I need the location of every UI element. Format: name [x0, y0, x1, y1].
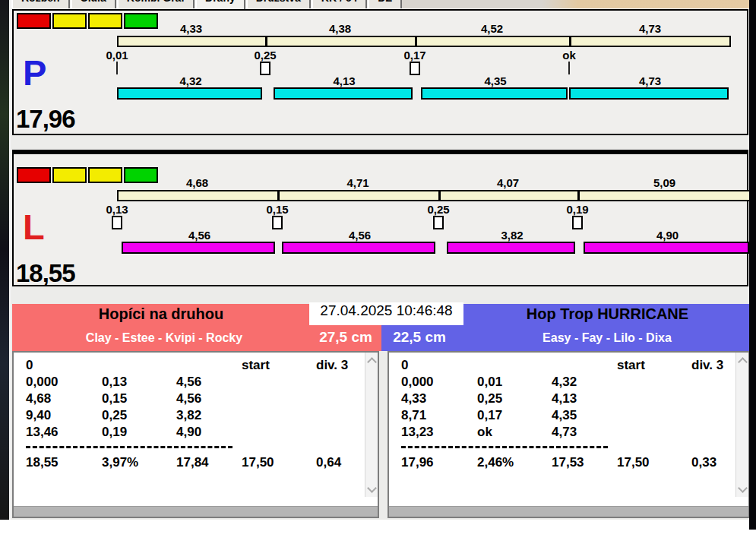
tab-dz[interactable]: DZ: [368, 0, 402, 8]
run-bar: [447, 242, 575, 254]
scroll-up-icon[interactable]: [367, 357, 377, 367]
tab-kk-64[interactable]: KK / 64: [312, 0, 367, 8]
horizontal-scrollbar[interactable]: [14, 506, 378, 517]
app-window: RozběhČidlaKombi GrafDráhyDružstvaKK / 6…: [9, 0, 749, 520]
status-light: [17, 167, 51, 183]
splits-list-left[interactable]: 0startdiv. 30,0000,134,564,680,154,569,4…: [12, 351, 379, 518]
col-header-div: div. 3: [316, 358, 348, 373]
split-divider: [415, 36, 417, 46]
split-time-label: 4,68: [117, 176, 277, 189]
split-row-cell: 13,23: [401, 425, 434, 440]
summary-cell: 18,55: [26, 455, 59, 470]
tab--idla[interactable]: Čidla: [71, 0, 116, 8]
vertical-scrollbar[interactable]: [365, 353, 378, 497]
split-row-cell: 3,82: [176, 408, 201, 423]
exchange-time-label: ok: [543, 49, 595, 62]
summary-cell: 2,46%: [477, 455, 514, 470]
exchange-time-label: 0,01: [91, 49, 143, 62]
col-header-start: start: [242, 358, 270, 373]
vertical-scrollbar[interactable]: [735, 353, 748, 497]
summary-cell: 0,64: [316, 455, 341, 470]
split-row-cell: 4,13: [552, 391, 577, 406]
split-row-cell: 0,13: [102, 375, 127, 390]
split-row-cell: 0,15: [102, 391, 127, 406]
team-members-left: Clay - Estee - Kvipi - Rocky: [18, 331, 310, 349]
team-name-right: Hop Trop HURRICANE: [465, 305, 749, 327]
run-time-label: 4,32: [117, 74, 264, 87]
run-time-label: 4,13: [274, 74, 415, 87]
exchange-time-label: 0,17: [389, 49, 441, 62]
status-light: [52, 13, 87, 29]
split-divider: [577, 191, 580, 201]
scroll-up-icon[interactable]: [738, 357, 748, 367]
split-time-label: 4,52: [415, 22, 569, 35]
split-time-label: 5,09: [577, 176, 749, 189]
background-window-left: [0, 0, 9, 520]
background-window-right: [749, 0, 756, 530]
tab-rozb-h[interactable]: Rozběh: [11, 0, 70, 8]
split-row-cell: 13,46: [26, 425, 59, 440]
horizontal-scrollbar[interactable]: [389, 506, 748, 517]
split-row-cell: 4,56: [176, 375, 201, 390]
split-row-cell: 4,68: [26, 391, 51, 406]
split-row-cell: 0,000: [26, 375, 59, 390]
split-row-cell: 4,73: [552, 425, 577, 440]
split-bar: [117, 36, 731, 47]
run-bar: [274, 87, 413, 100]
exchange-box: [272, 216, 283, 229]
summary-cell: 17,84: [176, 455, 209, 470]
run-time-label: 3,82: [447, 229, 577, 242]
exchange-time-label: 0,19: [552, 203, 603, 216]
exchange-box: [410, 62, 420, 75]
tab-dru-stva[interactable]: Družstva: [246, 0, 311, 8]
summary-cell: 0,33: [691, 455, 716, 470]
exchange-tick: [568, 62, 570, 74]
lane-panel-L: 4,680,134,564,710,154,564,070,253,825,09…: [12, 150, 748, 286]
run-time-label: 4,35: [421, 74, 570, 87]
tab-kombi-graf[interactable]: Kombi Graf: [117, 0, 195, 8]
scroll-down-icon[interactable]: [738, 483, 748, 493]
screen: { "tabs": { "active": "Dráhy", "items": …: [0, 0, 756, 544]
exchange-box: [572, 216, 583, 229]
split-time-label: 4,38: [265, 22, 415, 35]
exchange-box: [260, 62, 270, 75]
splits-list-right[interactable]: 0startdiv. 30,0000,014,324,330,254,138,7…: [387, 351, 749, 518]
col-header-first: 0: [401, 358, 408, 373]
exchange-time-label: 0,25: [413, 203, 464, 216]
split-row-cell: 0,000: [401, 375, 434, 390]
summary-cell: 17,96: [401, 455, 434, 470]
split-divider: [265, 36, 267, 46]
tab-bar: RozběhČidlaKombi GrafDráhyDružstvaKK / 6…: [11, 0, 403, 8]
split-divider: [569, 36, 571, 46]
split-row-cell: 8,71: [401, 408, 426, 423]
split-row-cell: 0,25: [102, 408, 127, 423]
exchange-time-label: 0,13: [91, 203, 143, 216]
col-header-div: div. 3: [691, 358, 723, 373]
run-time-label: 4,56: [282, 229, 438, 242]
status-light: [17, 13, 51, 29]
lane-total-time: 18,55: [16, 259, 75, 288]
split-divider: [438, 191, 441, 201]
split-row-cell: 4,32: [552, 375, 577, 390]
run-bar: [282, 242, 435, 254]
jump-height-left: 27,5 cm: [313, 329, 378, 349]
split-row-cell: 4,56: [176, 391, 201, 406]
split-time-label: 4,71: [277, 176, 438, 189]
scroll-down-icon[interactable]: [367, 483, 377, 493]
run-time-label: 4,56: [122, 229, 277, 242]
datetime-display: 27.04.2025 10:46:48: [309, 302, 463, 325]
exchange-time-label: 0,15: [251, 203, 303, 216]
run-time-label: 4,73: [569, 74, 731, 87]
split-time-label: 4,33: [117, 22, 265, 35]
lane-letter-L: L: [23, 206, 45, 248]
summary-cell: 17,53: [552, 455, 584, 470]
split-row-cell: 4,90: [176, 425, 201, 440]
exchange-time-label: 0,25: [239, 49, 291, 62]
split-row-cell: 9,40: [26, 408, 51, 423]
lane-panel-P: 4,330,014,324,380,254,134,520,174,354,73…: [12, 9, 748, 135]
summary-cell: 3,97%: [102, 455, 138, 470]
status-light: [52, 167, 87, 183]
run-bar: [584, 242, 749, 254]
split-row-cell: 0,01: [477, 375, 502, 390]
summary-separator: [26, 446, 232, 448]
